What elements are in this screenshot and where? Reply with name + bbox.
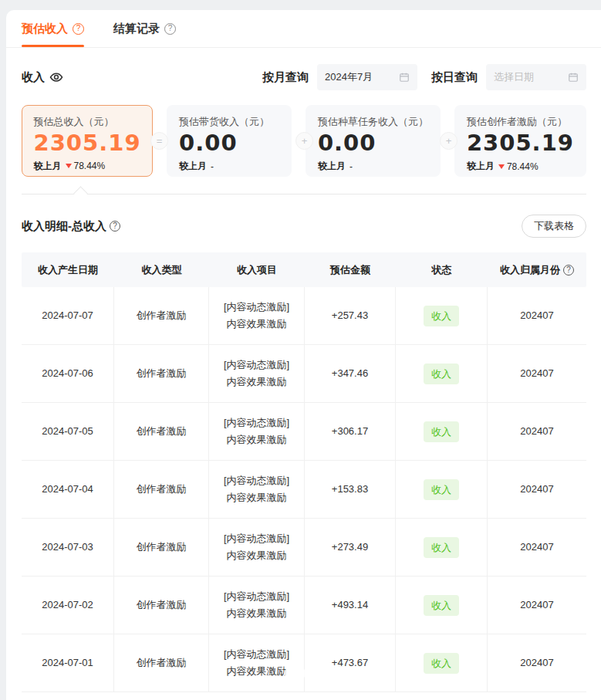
cell-status: 收入: [396, 634, 488, 692]
month-query-label: 按月查询: [262, 70, 309, 85]
cell-date: 2024-07-02: [22, 577, 114, 634]
table-header: 收入产生日期 收入类型 收入项目 预估金额 状态 收入归属月份: [22, 252, 586, 287]
trend-down-icon: [66, 164, 72, 168]
table-row: 2024-07-06 创作者激励 [内容动态激励] 内容效果激励 +347.46…: [22, 345, 586, 403]
cell-project: [内容动态激励] 内容效果激励: [209, 345, 305, 402]
compare-value: -: [349, 161, 353, 172]
cell-type: 创作者激励: [114, 345, 209, 402]
detail-title-text: 收入明细-总收入: [22, 219, 106, 234]
compare-value: -: [211, 161, 214, 172]
status-badge: 收入: [424, 595, 459, 616]
month-picker-value: 2024年7月: [325, 70, 373, 84]
cell-type: 创作者激励: [114, 577, 209, 634]
cell-month: 202407: [488, 634, 586, 692]
table-row: 2024-07-07 创作者激励 [内容动态激励] 内容效果激励 +257.43…: [22, 287, 586, 345]
tab-estimated-income[interactable]: 预估收入: [22, 10, 84, 47]
cell-status: 收入: [396, 345, 488, 402]
cell-date: 2024-07-05: [22, 403, 114, 460]
card-value: 2305.19: [467, 130, 574, 156]
tab-settlement-records[interactable]: 结算记录: [113, 10, 176, 47]
card-label: 预估带货收入（元）: [179, 115, 279, 129]
calendar-icon: [399, 72, 410, 83]
income-detail-table: 收入产生日期 收入类型 收入项目 预估金额 状态 收入归属月份 2024-07-…: [22, 252, 586, 692]
tab-bar: 预估收入 结算记录: [6, 10, 601, 48]
compare-label: 较上月: [467, 160, 495, 173]
income-title: 收入: [22, 70, 63, 85]
cell-type: 创作者激励: [114, 403, 209, 460]
compare-label: 较上月: [34, 160, 62, 173]
cell-amount: +473.67: [305, 634, 396, 692]
card-compare: 较上月 78.44%: [34, 160, 141, 173]
cell-month: 202407: [488, 461, 586, 518]
plus-operator-icon: +: [295, 132, 313, 150]
table-row: 2024-07-02 创作者激励 [内容动态激励] 内容效果激励 +493.14…: [22, 577, 586, 634]
cell-month: 202407: [488, 577, 586, 634]
cell-date: 2024-07-07: [22, 287, 114, 344]
month-picker[interactable]: 2024年7月: [317, 64, 417, 90]
status-badge: 收入: [424, 364, 459, 384]
compare-value: 78.44%: [507, 161, 539, 172]
col-header-month-text: 收入归属月份: [500, 263, 560, 277]
trend-down-icon: [498, 164, 505, 169]
cell-month: 202407: [488, 287, 586, 344]
card-seeding-task-income[interactable]: 预估种草任务收入（元） 0.00 较上月 -: [306, 105, 441, 177]
col-header-type: 收入类型: [114, 263, 209, 277]
col-header-project: 收入项目: [209, 263, 305, 277]
tab-label: 结算记录: [113, 22, 160, 36]
table-row: 2024-07-01 创作者激励 [内容动态激励] 内容效果激励 +473.67…: [22, 634, 586, 692]
card-compare: 较上月 -: [179, 160, 279, 173]
calendar-icon: [568, 72, 579, 83]
cell-date: 2024-07-06: [22, 345, 114, 402]
cell-date: 2024-07-01: [22, 634, 114, 692]
equals-operator-icon: =: [150, 132, 168, 150]
cell-amount: +493.14: [305, 577, 396, 634]
tab-label: 预估收入: [22, 22, 68, 36]
card-compare: 较上月 78.44%: [467, 160, 574, 173]
help-icon[interactable]: [73, 23, 84, 35]
cell-month: 202407: [488, 519, 586, 576]
help-icon[interactable]: [563, 265, 574, 276]
cell-month: 202407: [488, 403, 586, 460]
col-header-date: 收入产生日期: [22, 263, 114, 277]
cell-project: [内容动态激励] 内容效果激励: [209, 577, 305, 634]
col-header-amount: 预估金额: [305, 263, 396, 277]
compare-value: 78.44%: [74, 161, 106, 171]
day-picker[interactable]: 选择日期: [486, 64, 586, 90]
day-query-label: 按日查询: [431, 70, 478, 85]
cell-project: [内容动态激励] 内容效果激励: [209, 519, 305, 576]
help-icon[interactable]: [164, 23, 176, 35]
download-table-button[interactable]: 下载表格: [522, 215, 586, 238]
card-label: 预估创作者激励（元）: [467, 115, 574, 129]
status-badge: 收入: [424, 537, 459, 558]
table-body: 2024-07-07 创作者激励 [内容动态激励] 内容效果激励 +257.43…: [22, 287, 586, 692]
main-panel: 预估收入 结算记录 收入 按月查询 2024年7月: [6, 10, 601, 700]
cell-amount: +153.83: [305, 461, 396, 518]
help-icon[interactable]: [110, 221, 120, 232]
card-goods-income[interactable]: 预估带货收入（元） 0.00 较上月 -: [167, 105, 292, 177]
cell-type: 创作者激励: [114, 519, 209, 576]
status-badge: 收入: [424, 306, 459, 326]
cell-amount: +306.17: [305, 403, 396, 460]
plus-operator-icon: +: [440, 132, 458, 150]
cell-month: 202407: [488, 345, 586, 402]
cell-amount: +257.43: [305, 287, 396, 344]
compare-label: 较上月: [318, 160, 346, 173]
cell-amount: +273.49: [305, 519, 396, 576]
card-total-income[interactable]: 预估总收入（元） 2305.19 较上月 78.44%: [22, 105, 153, 177]
selected-card-notch: [73, 186, 87, 200]
card-value: 0.00: [318, 130, 428, 156]
eye-icon[interactable]: [49, 70, 63, 84]
cell-project: [内容动态激励] 内容效果激励: [209, 634, 305, 692]
summary-cards: 预估总收入（元） 2305.19 较上月 78.44% 预估带货收入（元） 0.…: [6, 90, 601, 177]
table-row: 2024-07-04 创作者激励 [内容动态激励] 内容效果激励 +153.83…: [22, 461, 586, 519]
income-title-text: 收入: [22, 70, 45, 85]
status-badge: 收入: [424, 479, 459, 500]
controls-row: 收入 按月查询 2024年7月: [6, 48, 601, 90]
card-creator-incentive[interactable]: 预估创作者激励（元） 2305.19 较上月 78.44%: [454, 105, 586, 177]
month-query-group: 按月查询 2024年7月: [262, 64, 417, 90]
cell-status: 收入: [396, 519, 488, 576]
cell-status: 收入: [396, 461, 488, 518]
card-compare: 较上月 -: [318, 160, 428, 173]
table-row: 2024-07-05 创作者激励 [内容动态激励] 内容效果激励 +306.17…: [22, 403, 586, 461]
cell-type: 创作者激励: [114, 634, 209, 692]
